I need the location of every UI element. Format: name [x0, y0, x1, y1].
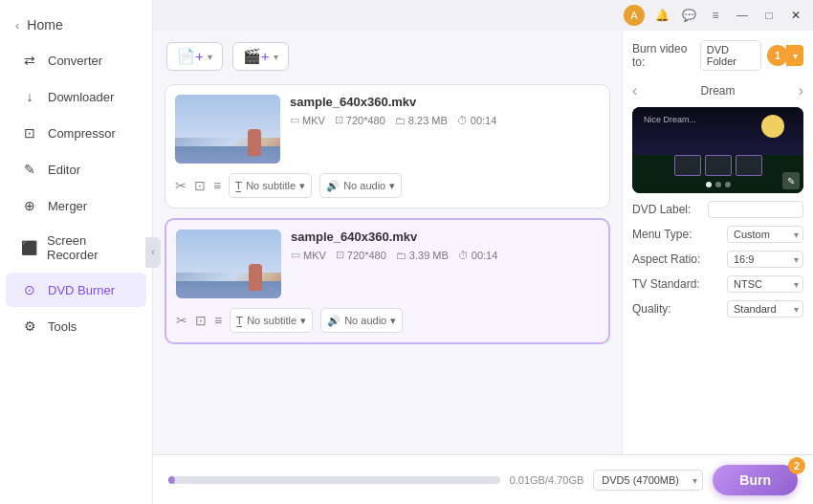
sidebar-item-label: Converter	[48, 54, 102, 68]
progress-text: 0.01GB/4.70GB	[510, 474, 584, 486]
theme-next-button[interactable]: ›	[799, 82, 803, 99]
left-panel: 📄+ ▾ 🎬+ ▾ sample_640x360.m	[153, 31, 622, 454]
disc-select-wrapper: DVD5 (4700MB) DVD9 (8500MB)	[593, 470, 703, 491]
add-video-button[interactable]: 📄+ ▾	[166, 42, 223, 71]
tv-standard-select[interactable]: NTSC PAL	[727, 275, 803, 293]
maximize-button[interactable]: □	[759, 6, 779, 25]
bottom-bar: 0.01GB/4.70GB DVD5 (4700MB) DVD9 (8500MB…	[153, 454, 813, 504]
video-controls-1: ✂ ⊡ ≡ T̲ No subtitle ▾ 🔊 No audio ▾	[175, 171, 600, 198]
aspect-ratio-select[interactable]: 16:9 4:3	[727, 251, 803, 268]
video-card-2: sample_640x360.mkv ▭ MKV ⊡ 720*480	[165, 218, 610, 344]
audio-select-2[interactable]: 🔊 No audio ▾	[320, 308, 403, 333]
add-video-icon: 📄+	[177, 48, 204, 65]
sidebar: ‹ Home ⇄ Converter ↓ Downloader ⊡ Compre…	[0, 0, 153, 504]
size-1: 🗀 8.23 MB	[395, 115, 448, 126]
preview-frames	[632, 155, 803, 176]
sidebar-item-label: Screen Recorder	[47, 233, 131, 262]
crop-button-2[interactable]: ⊡	[195, 313, 207, 328]
size-2: 🗀 3.39 MB	[396, 250, 449, 261]
notification-icon[interactable]: 🔔	[652, 6, 671, 25]
cut-button-1[interactable]: ✂	[175, 178, 187, 193]
effects-button-2[interactable]: ≡	[214, 313, 222, 328]
minimize-button[interactable]: —	[733, 6, 752, 25]
converter-icon: ⇄	[21, 52, 38, 69]
theme-nav: ‹ Dream ›	[632, 82, 803, 99]
size-icon-1: 🗀	[395, 115, 406, 126]
video-name-2: sample_640x360.mkv	[291, 230, 599, 244]
sidebar-home[interactable]: ‹ Home	[0, 8, 152, 42]
cut-button-2[interactable]: ✂	[176, 313, 187, 328]
burn-button[interactable]: Burn	[713, 465, 798, 495]
progress-fill	[168, 476, 175, 484]
preview-dot-2	[715, 182, 721, 187]
burn-to-chevron[interactable]: ▾	[786, 45, 803, 66]
disc-select[interactable]: DVD5 (4700MB) DVD9 (8500MB)	[593, 470, 703, 491]
subtitle-select-2[interactable]: T̲ No subtitle ▾	[230, 308, 313, 333]
video-info-2: sample_640x360.mkv ▭ MKV ⊡ 720*480	[291, 230, 599, 261]
subtitle-icon-2: T̲	[236, 315, 243, 327]
sidebar-item-downloader[interactable]: ↓ Downloader	[6, 79, 146, 114]
preview-text: Nice Dream...	[644, 115, 696, 124]
video-meta-1: ▭ MKV ⊡ 720*480 🗀 8.23 MB	[290, 114, 600, 126]
resolution-2: ⊡ 720*480	[336, 249, 386, 261]
video-card-top-2: sample_640x360.mkv ▭ MKV ⊡ 720*480	[176, 230, 599, 298]
format-1: ▭ MKV	[290, 114, 325, 126]
sidebar-item-editor[interactable]: ✎ Editor	[6, 152, 146, 186]
aspect-ratio-select-wrapper: 16:9 4:3	[727, 251, 803, 268]
sidebar-item-tools[interactable]: ⚙ Tools	[6, 309, 146, 343]
resolution-icon-1: ⊡	[335, 114, 343, 126]
preview-dot-1	[706, 182, 712, 187]
audio-icon-2: 🔊	[327, 315, 341, 327]
sidebar-item-label: DVD Burner	[48, 283, 115, 297]
burn-btn-wrapper: 2 Burn	[713, 465, 798, 495]
theme-preview: Nice Dream... ✎	[632, 107, 803, 193]
preview-dots	[706, 182, 731, 187]
sidebar-collapse-button[interactable]: ‹	[145, 237, 161, 268]
sidebar-item-label: Tools	[48, 319, 77, 334]
preview-frame-3	[736, 155, 762, 176]
dvd-label-label: DVD Label:	[632, 203, 691, 216]
add-media-button[interactable]: 🎬+ ▾	[232, 42, 289, 71]
menu-icon[interactable]: ≡	[706, 6, 725, 25]
avatar[interactable]: A	[624, 5, 645, 26]
toolbar: 📄+ ▾ 🎬+ ▾	[165, 42, 610, 75]
menu-type-label: Menu Type:	[632, 228, 692, 241]
audio-select-1[interactable]: 🔊 No audio ▾	[319, 173, 402, 198]
theme-prev-button[interactable]: ‹	[632, 82, 637, 99]
dvd-label-input[interactable]	[708, 201, 803, 218]
format-icon-2: ▭	[291, 249, 300, 261]
crop-button-1[interactable]: ⊡	[194, 178, 206, 193]
aspect-ratio-row: Aspect Ratio: 16:9 4:3	[632, 251, 803, 268]
sidebar-item-compressor[interactable]: ⊡ Compressor	[6, 116, 146, 150]
aspect-ratio-label: Aspect Ratio:	[632, 252, 700, 266]
sidebar-item-screen-recorder[interactable]: ⬛ Screen Recorder	[6, 225, 146, 271]
main-area: A 🔔 💬 ≡ — □ ✕ 📄+ ▾ 🎬+ ▾	[153, 0, 813, 504]
sidebar-item-merger[interactable]: ⊕ Merger	[6, 188, 146, 223]
titlebar: A 🔔 💬 ≡ — □ ✕	[153, 0, 813, 31]
menu-type-select[interactable]: Custom Standard None	[727, 226, 803, 243]
quality-select[interactable]: Standard High Low	[727, 300, 803, 318]
size-icon-2: 🗀	[396, 250, 406, 261]
sidebar-item-converter[interactable]: ⇄ Converter	[6, 43, 146, 77]
burn-to-row: Burn video to: DVD Folder 1 ▾	[632, 40, 803, 75]
duration-icon-2: ⏱	[458, 250, 469, 261]
effects-button-1[interactable]: ≡	[213, 178, 221, 193]
tv-standard-select-wrapper: NTSC PAL	[727, 275, 803, 293]
quality-select-wrapper: Standard High Low	[727, 300, 803, 318]
sidebar-item-dvd-burner[interactable]: ⊙ DVD Burner	[6, 273, 146, 307]
duration-1: ⏱ 00:14	[457, 115, 497, 126]
close-button[interactable]: ✕	[786, 6, 805, 25]
quality-label: Quality:	[632, 302, 671, 316]
video-thumbnail-1	[175, 95, 280, 164]
burn-to-select[interactable]: DVD Folder	[700, 40, 761, 71]
subtitle-select-1[interactable]: T̲ No subtitle ▾	[229, 173, 312, 198]
tools-icon: ⚙	[21, 318, 38, 335]
back-icon: ‹	[15, 18, 19, 33]
chat-icon[interactable]: 💬	[679, 6, 698, 25]
format-icon-1: ▭	[290, 114, 299, 126]
quality-row: Quality: Standard High Low	[632, 300, 803, 318]
burn-to-label: Burn video to:	[632, 42, 694, 69]
audio-icon-1: 🔊	[326, 180, 340, 192]
preview-edit-button[interactable]: ✎	[782, 172, 800, 189]
burn-to-number: 1	[767, 45, 788, 66]
